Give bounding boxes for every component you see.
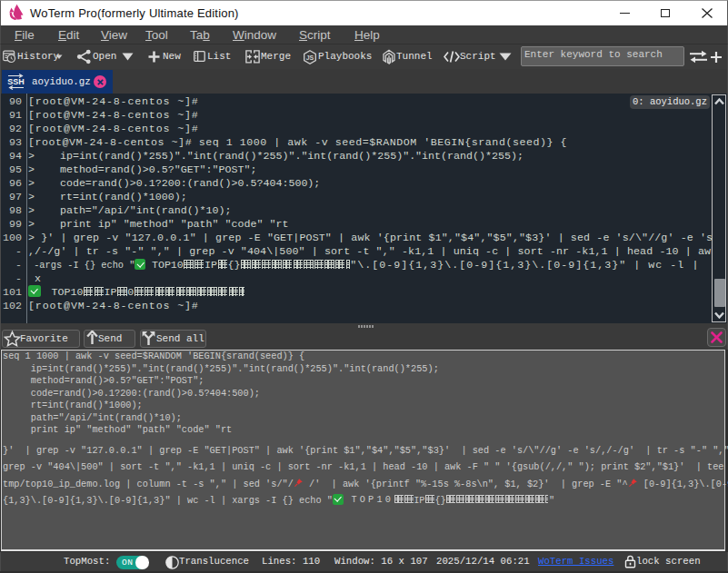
svg-text:JS: JS [306,54,314,60]
svg-text:SSH: SSH [7,77,25,86]
